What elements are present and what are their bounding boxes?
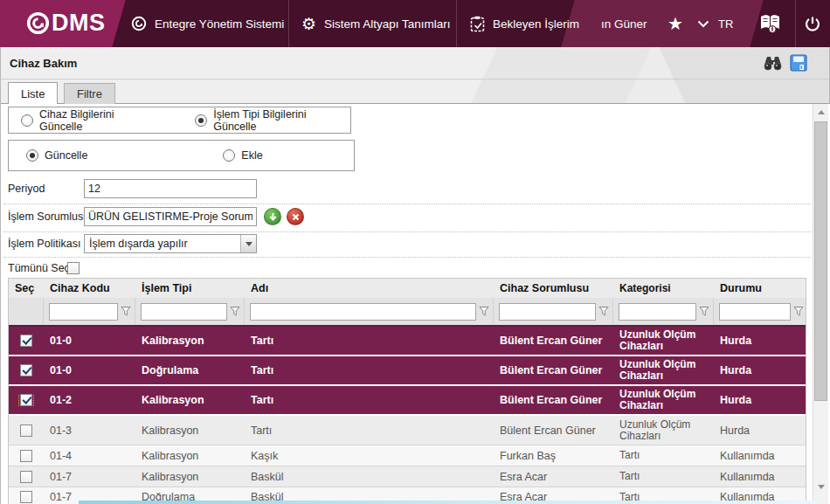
qdms-logo-icon [26, 11, 50, 35]
tumunu-sec-row: Tümünü Seç [1, 260, 806, 276]
periyod-input[interactable] [84, 179, 257, 198]
power-icon [804, 15, 821, 32]
filter-input-durumu[interactable] [719, 303, 791, 321]
funnel-icon[interactable] [793, 306, 804, 317]
clear-responsible-button[interactable] [287, 208, 304, 225]
radio-label: Güncelle [45, 149, 87, 162]
col-header-kategorisi[interactable]: Kategorisi [613, 283, 714, 294]
logout-button[interactable] [804, 0, 821, 47]
table-row[interactable]: 01-7 Kalibrasyon Baskül Esra Acar Tartı … [9, 466, 806, 487]
cell-cihaz-sorumlusu: Esra Acar [494, 471, 613, 483]
radio-cihaz-bilgilerini-guncelle[interactable]: Cihaz Bilgilerini Güncelle [21, 108, 158, 133]
funnel-icon[interactable] [121, 306, 131, 317]
dropdown-arrow-icon[interactable] [240, 235, 256, 252]
col-header-durumu[interactable]: Durumu [714, 282, 807, 294]
col-header-islem-tipi[interactable]: İşlem Tipi [135, 282, 245, 294]
page-title: Cihaz Bakım [10, 57, 77, 70]
radio-guncelle[interactable]: Güncelle [26, 149, 87, 162]
col-header-cihaz-kodu[interactable]: Cihaz Kodu [44, 282, 135, 294]
select-responsible-button[interactable] [264, 208, 281, 225]
cell-kategorisi: Uzunluk Ölçüm Cihazları [613, 359, 714, 382]
menu-item-sistem-altyapi-tanimlari[interactable]: ⚙ Sistem Altyapı Tanımları [301, 0, 451, 47]
table-header-row: Seç Cihaz Kodu İşlem Tipi Adı Cihaz Soru… [9, 279, 806, 298]
filter-input-islem-tipi[interactable] [141, 303, 227, 321]
cell-durumu: Hurda [714, 364, 807, 376]
filter-input-kategorisi[interactable] [619, 303, 696, 321]
col-header-cihaz-sorumlusu[interactable]: Cihaz Sorumlusu [494, 282, 613, 294]
radio-ekle[interactable]: Ekle [223, 149, 262, 162]
cell-islem-tipi: Kalibrasyon [135, 425, 245, 437]
tab-filtre[interactable]: Filtre [64, 83, 115, 104]
scroll-up-button[interactable] [813, 105, 829, 120]
menu-item-label: Bekleyen İşlerim [493, 17, 579, 31]
scrollbar-thumb[interactable] [814, 121, 827, 401]
tab-liste[interactable]: Liste [8, 82, 58, 104]
funnel-icon[interactable] [699, 306, 709, 317]
menu-divider [795, 0, 796, 47]
menu-item-bekleyen-islerim[interactable]: Bekleyen İşlerim [470, 0, 579, 47]
filter-input-cihaz-sorumlusu[interactable] [499, 303, 596, 321]
filter-cell-islem-tipi [135, 298, 245, 325]
star-icon: ★ [667, 15, 683, 32]
col-header-sec[interactable]: Seç [9, 282, 44, 294]
user-name[interactable]: ın Güner [601, 0, 647, 47]
radio-icon[interactable] [21, 114, 33, 127]
radio-icon[interactable] [223, 149, 235, 162]
row-checkbox[interactable] [20, 425, 32, 437]
vertical-scrollbar[interactable] [813, 104, 828, 504]
cell-adi: Tartı [245, 394, 494, 406]
filter-cell-cihaz-kodu [44, 298, 135, 325]
cell-islem-tipi: Kalibrasyon [135, 450, 245, 462]
language-selector[interactable]: TR [697, 0, 733, 47]
cell-kategorisi: Uzunluk Ölçüm Cihazları [613, 419, 714, 442]
devices-table: Seç Cihaz Kodu İşlem Tipi Adı Cihaz Soru… [8, 278, 806, 504]
save-icon[interactable] [790, 54, 807, 75]
table-row[interactable]: 01-2 Kalibrasyon Tartı Bülent Ercan Güne… [9, 386, 806, 416]
top-navigation-bar: DMS Entegre Yönetim Sistemi ⚙ Sistem Alt… [0, 0, 830, 47]
islem-sorumlusu-input[interactable] [84, 207, 257, 226]
menu-divider [288, 0, 289, 47]
cell-durumu: Kullanımda [714, 471, 807, 483]
radio-islem-tipi-bilgilerini-guncelle[interactable]: İşlem Tipi Bilgilerini Güncelle [195, 108, 350, 133]
row-checkbox[interactable] [20, 394, 32, 406]
table-row[interactable]: 01-0 Kalibrasyon Tartı Bülent Ercan Güne… [9, 327, 806, 356]
table-row[interactable]: 01-0 Doğrulama Tartı Bülent Ercan Güner … [9, 356, 806, 386]
radio-label: Cihaz Bilgilerini Güncelle [39, 108, 158, 133]
cell-adi: Baskül [245, 471, 494, 483]
islem-sorumlusu-label: İşlem Sorumlusu [8, 211, 89, 223]
row-checkbox[interactable] [20, 471, 32, 483]
funnel-icon[interactable] [230, 306, 240, 317]
cell-kategorisi: Tartı [613, 471, 714, 482]
islem-sorumlusu-row: İşlem Sorumlusu [1, 206, 806, 227]
help-book-icon [758, 13, 782, 34]
row-checkbox[interactable] [20, 491, 32, 503]
filter-input-adi[interactable] [250, 303, 476, 321]
funnel-icon[interactable] [479, 306, 489, 317]
cell-durumu: Hurda [714, 335, 807, 347]
funnel-icon[interactable] [598, 306, 609, 317]
favorites-button[interactable]: ★ [667, 0, 683, 47]
qdms-logo[interactable]: DMS [26, 11, 106, 35]
radio-label: Ekle [241, 149, 262, 162]
cell-islem-tipi: Kalibrasyon [135, 394, 245, 406]
select-all-checkbox[interactable] [67, 262, 80, 274]
help-guide-button[interactable] [758, 0, 782, 47]
radio-icon[interactable] [195, 114, 207, 127]
cell-cihaz-sorumlusu: Bülent Ercan Güner [494, 394, 613, 406]
filter-input-cihaz-kodu[interactable] [49, 303, 118, 321]
cell-cihaz-kodu: 01-0 [44, 335, 135, 347]
search-binoculars-icon[interactable] [764, 54, 782, 75]
row-checkbox[interactable] [20, 450, 32, 462]
row-checkbox[interactable] [20, 364, 32, 376]
islem-politikasi-select[interactable]: İşlem dışarda yapılır [84, 234, 257, 253]
col-header-adi[interactable]: Adı [245, 282, 494, 294]
menu-item-entegre-yonetim-sistemi[interactable]: Entegre Yönetim Sistemi [131, 0, 284, 47]
row-checkbox[interactable] [20, 335, 32, 347]
cell-islem-tipi: Doğrulama [135, 364, 245, 376]
scroll-down-button[interactable] [813, 480, 829, 494]
radio-icon[interactable] [26, 149, 38, 162]
cell-cihaz-kodu: 01-3 [44, 425, 135, 437]
tab-strip: Filtre Liste [1, 79, 829, 104]
table-row[interactable]: 01-4 Kalibrasyon Kaşık Furkan Baş Tartı … [9, 445, 806, 466]
table-row[interactable]: 01-3 Kalibrasyon Tartı Bülent Ercan Güne… [9, 416, 806, 445]
